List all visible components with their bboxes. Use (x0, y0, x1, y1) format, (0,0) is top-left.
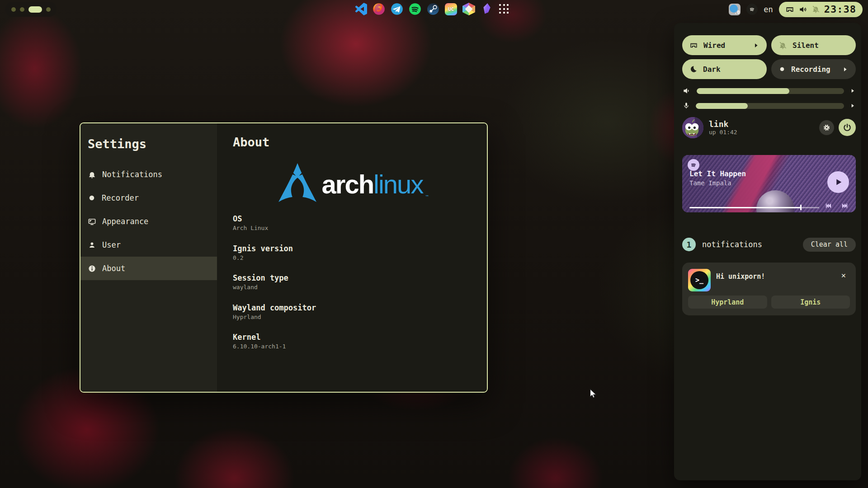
bell-muted-icon (811, 5, 820, 14)
unixporn-icon[interactable]: UC (445, 3, 457, 15)
track-title: Let It Happen (689, 169, 746, 178)
chevron-right-icon[interactable] (849, 103, 856, 109)
gear-icon (823, 124, 830, 131)
power-icon (843, 123, 852, 132)
obsidian-icon[interactable] (481, 3, 493, 15)
clock: 23:38 (824, 4, 856, 15)
person-icon (88, 241, 96, 249)
bell-muted-icon (778, 41, 787, 50)
user-info: link up 01:42 (709, 119, 815, 136)
telegram-icon[interactable] (391, 3, 403, 15)
notification-actions: Hyprland Ignis (688, 296, 850, 309)
toggle-dark[interactable]: Dark (682, 59, 767, 79)
control-center: Wired Silent Dark Recording (674, 23, 861, 480)
play-icon (833, 177, 843, 187)
play-button[interactable] (827, 171, 849, 193)
desktop: UC .0 en 23:38 (0, 0, 868, 488)
media-player: Let It Happen Tame Impala (682, 155, 856, 212)
about-entry-ignis-version: Ignis version 0.2 (233, 244, 316, 263)
info-icon (88, 264, 96, 273)
notification-count-badge: 1 (682, 238, 696, 251)
notification-title: Hi unixporn! (716, 272, 765, 281)
ethernet-icon (689, 41, 698, 50)
terminal-icon: >_ (688, 269, 711, 291)
close-icon[interactable]: ✕ (841, 271, 846, 280)
bell-icon (88, 170, 96, 179)
next-track-icon[interactable] (841, 202, 849, 210)
ethernet-icon (785, 5, 794, 14)
vscode-icon[interactable] (354, 3, 367, 15)
keyboard-layout[interactable]: en (764, 5, 773, 14)
power-button[interactable] (839, 119, 856, 136)
mouse-cursor (589, 389, 598, 399)
about-entry-os: OS Arch Linux (233, 214, 316, 233)
trademark-symbol: ™ (425, 194, 428, 199)
app-launcher-icon[interactable] (499, 4, 509, 14)
sidebar-item-appearance[interactable]: Appearance (80, 210, 217, 233)
monitor-icon (88, 217, 96, 226)
sidebar-item-about[interactable]: About (80, 257, 217, 280)
volume-slider[interactable] (697, 88, 844, 94)
uptime: up 01:42 (709, 129, 815, 136)
settings-sidebar: Settings Notifications Recorder Appearan… (80, 123, 217, 392)
sidebar-item-label: Notifications (102, 170, 162, 179)
settings-button[interactable] (819, 120, 834, 135)
about-entries: OS Arch Linux Ignis version 0.2 Session … (233, 214, 316, 362)
speaker-icon (798, 5, 807, 14)
microphone-slider-row (682, 101, 856, 110)
sidebar-item-label: About (102, 264, 125, 273)
window-title: Settings (80, 137, 217, 163)
top-bar: UC .0 en 23:38 (0, 0, 868, 19)
workspace-dot-active[interactable] (28, 6, 42, 13)
toggle-recording[interactable]: Recording (771, 59, 856, 79)
spotify-tray-icon[interactable] (746, 4, 758, 15)
chevron-right-icon (753, 42, 760, 49)
toggle-silent[interactable]: Silent (771, 35, 856, 55)
username: link (709, 119, 815, 129)
toggle-wired[interactable]: Wired (682, 35, 767, 55)
notification-card[interactable]: >_ Hi unixporn! ✕ Hyprland Ignis (682, 263, 856, 315)
status-pill[interactable]: 23:38 (779, 2, 863, 17)
prism-launcher-icon[interactable] (462, 3, 475, 15)
about-entry-compositor: Wayland compositor Hyprland (233, 303, 316, 322)
about-page: About archlinux ™ OS Arch Linux Ignis ve… (217, 123, 487, 392)
notification-action-ignis[interactable]: Ignis (771, 296, 850, 309)
notification-action-hyprland[interactable]: Hyprland (688, 296, 767, 309)
notifications-header: 1 notifications Clear all (682, 237, 856, 252)
volume-slider-row (682, 86, 856, 95)
microphone-slider[interactable] (696, 103, 844, 109)
sidebar-item-label: Appearance (102, 217, 148, 226)
notifications-label: notifications (702, 240, 803, 249)
clear-all-button[interactable]: Clear all (803, 238, 856, 252)
workspace-dot[interactable] (46, 7, 51, 12)
arch-logo-text: archlinux (322, 169, 423, 199)
sidebar-item-recorder[interactable]: Recorder (80, 186, 217, 210)
sidebar-item-label: User (102, 240, 121, 249)
sidebar-item-label: Recorder (102, 193, 139, 202)
arch-logo-icon (276, 162, 319, 206)
workspace-indicator[interactable] (5, 2, 57, 17)
dock: UC (354, 3, 509, 15)
tray-app-icon[interactable]: .0 (729, 4, 741, 15)
workspace-dot[interactable] (11, 7, 16, 12)
previous-track-icon[interactable] (825, 202, 832, 210)
arch-linux-logo: archlinux ™ (217, 162, 487, 206)
record-icon (88, 194, 96, 202)
quick-toggles: Wired Silent Dark Recording (682, 35, 856, 79)
steam-icon[interactable] (427, 3, 439, 15)
page-title: About (233, 135, 471, 149)
spotify-icon[interactable] (409, 3, 421, 15)
chevron-right-icon (842, 66, 849, 73)
firefox-icon[interactable] (373, 3, 385, 15)
workspace-dot[interactable] (20, 7, 24, 12)
speaker-icon (682, 86, 691, 95)
seek-bar[interactable] (689, 205, 819, 210)
about-entry-kernel: Kernel 6.10.10-arch1-1 (233, 332, 316, 351)
moon-icon (689, 65, 698, 73)
sidebar-item-notifications[interactable]: Notifications (80, 163, 217, 186)
sidebar-item-user[interactable]: User (80, 233, 217, 257)
settings-window: Settings Notifications Recorder Appearan… (80, 122, 488, 393)
tray-app-badge: .0 (734, 10, 740, 15)
record-icon (778, 66, 786, 73)
chevron-right-icon[interactable] (849, 88, 856, 94)
